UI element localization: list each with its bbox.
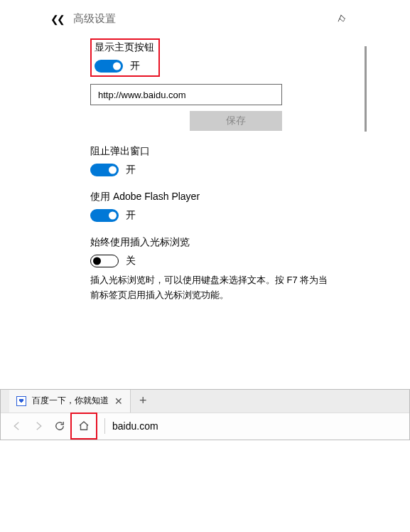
toolbar-divider bbox=[104, 418, 105, 434]
close-tab-icon[interactable]: ✕ bbox=[114, 395, 123, 407]
baidu-favicon bbox=[16, 396, 26, 406]
address-bar-text[interactable]: baidu.com bbox=[112, 420, 404, 432]
caret-state: 关 bbox=[126, 255, 136, 267]
back-button[interactable] bbox=[6, 415, 28, 437]
new-tab-button[interactable]: + bbox=[131, 393, 156, 408]
flash-state: 开 bbox=[126, 209, 136, 222]
caret-label: 始终使用插入光标浏览 bbox=[90, 236, 334, 249]
browser-window: 百度一下，你就知道 ✕ + baidu.com bbox=[0, 389, 410, 440]
settings-body: 显示主页按钮 开 保存 阻止弹出窗口 开 使用 Adobe Flash Play… bbox=[41, 31, 369, 331]
home-button-toggle[interactable] bbox=[95, 60, 123, 73]
home-button[interactable] bbox=[73, 415, 95, 437]
highlight-box-home: 显示主页按钮 开 bbox=[90, 38, 160, 77]
refresh-button[interactable] bbox=[49, 415, 70, 437]
home-button-toggle-row: 开 bbox=[95, 60, 154, 73]
block-popups-state: 开 bbox=[126, 164, 136, 176]
flash-label: 使用 Adobe Flash Player bbox=[90, 191, 334, 203]
home-button-group: 显示主页按钮 开 保存 bbox=[90, 38, 334, 131]
caret-group: 始终使用插入光标浏览 关 插入光标浏览时，可以使用键盘来选择文本。按 F7 将为… bbox=[90, 236, 334, 303]
flash-group: 使用 Adobe Flash Player 开 bbox=[90, 191, 334, 222]
navigation-bar: baidu.com bbox=[1, 413, 409, 440]
save-button[interactable]: 保存 bbox=[190, 111, 282, 131]
block-popups-group: 阻止弹出窗口 开 bbox=[90, 145, 334, 176]
settings-header: ❮❮ 高级设置 ⚐ bbox=[41, 6, 369, 31]
home-button-state: 开 bbox=[130, 60, 140, 73]
advanced-settings-panel: ❮❮ 高级设置 ⚐ 显示主页按钮 开 保存 阻止弹出窗口 开 使用 Ado bbox=[40, 6, 370, 332]
settings-title: 高级设置 bbox=[73, 12, 338, 26]
back-icon[interactable]: ❮❮ bbox=[50, 14, 63, 25]
block-popups-label: 阻止弹出窗口 bbox=[90, 145, 334, 158]
caret-toggle-row: 关 bbox=[90, 255, 334, 267]
active-tab[interactable]: 百度一下，你就知道 ✕ bbox=[9, 390, 131, 413]
homepage-url-input[interactable] bbox=[90, 84, 282, 105]
flash-toggle-row: 开 bbox=[90, 209, 334, 222]
block-popups-toggle-row: 开 bbox=[90, 164, 334, 176]
home-button-label: 显示主页按钮 bbox=[95, 41, 154, 54]
caret-toggle[interactable] bbox=[90, 255, 119, 267]
highlight-box-home-button bbox=[70, 413, 97, 440]
pin-icon[interactable]: ⚐ bbox=[335, 12, 349, 26]
tab-title: 百度一下，你就知道 bbox=[32, 395, 109, 407]
scrollbar-thumb[interactable] bbox=[365, 46, 367, 132]
block-popups-toggle[interactable] bbox=[90, 164, 119, 176]
tab-bar: 百度一下，你就知道 ✕ + bbox=[1, 390, 409, 413]
caret-description: 插入光标浏览时，可以使用键盘来选择文本。按 F7 将为当前标签页启用插入光标浏览… bbox=[90, 273, 334, 303]
flash-toggle[interactable] bbox=[90, 209, 119, 222]
forward-button[interactable] bbox=[28, 415, 49, 437]
